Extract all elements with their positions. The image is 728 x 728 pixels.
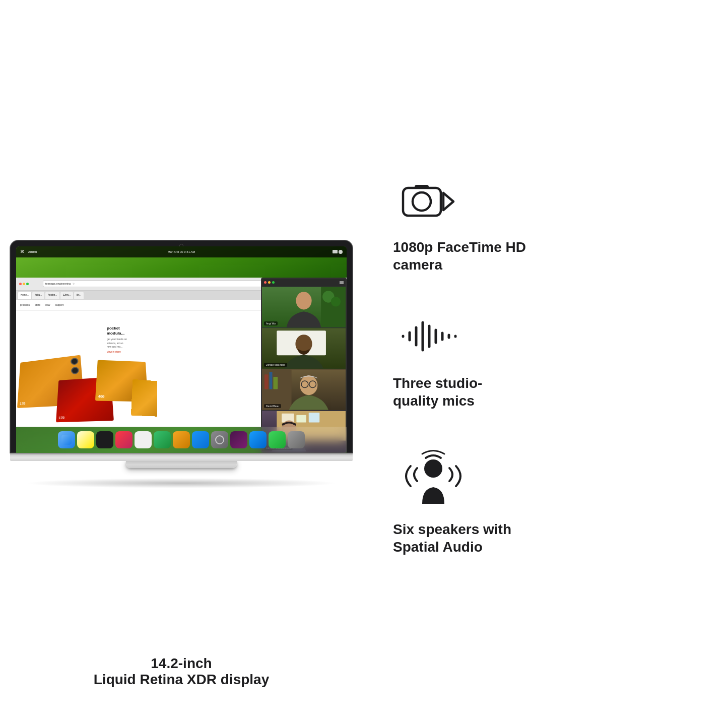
- mics-feature-title: Three studio- quality mics: [393, 374, 482, 410]
- speakers-feature-title: Six speakers with Spatial Audio: [393, 520, 511, 556]
- video-cell-jordan: Jordan McShane: [262, 328, 346, 369]
- feature-speakers: Six speakers with Spatial Audio: [393, 445, 511, 556]
- dock-zoom[interactable]: [249, 431, 267, 448]
- knob-2: [71, 366, 79, 374]
- camera-title-line1: 1080p FaceTime HD: [393, 239, 526, 255]
- nav-now[interactable]: now: [45, 303, 50, 306]
- video-cell-david: David Beau: [262, 369, 346, 411]
- svg-marker-25: [443, 193, 453, 210]
- video-name-jordan: Jordan McShane: [264, 363, 287, 367]
- video-cell-angi: Angi Wu: [262, 287, 346, 328]
- mics-title-line2: quality mics: [393, 393, 475, 409]
- svg-point-24: [413, 192, 431, 211]
- svg-point-4: [331, 296, 341, 306]
- knob-1: [71, 357, 79, 365]
- browser-tab-kobu[interactable]: Kobu...: [32, 292, 44, 299]
- svg-rect-11: [270, 372, 273, 389]
- reload-icon[interactable]: ↻: [73, 282, 75, 285]
- menu-bar-datetime: Mon Oct 30 9:41 AM: [168, 250, 195, 253]
- dock: [16, 427, 347, 453]
- camera-title-line2: camera: [393, 257, 442, 273]
- macbook-laptop: ⌘ zoom Mon Oct 30 9:41 AM: [10, 240, 353, 468]
- right-side: 1080p FaceTime HD camera: [363, 0, 728, 728]
- macbook-screen-bezel: ⌘ zoom Mon Oct 30 9:41 AM: [10, 240, 353, 453]
- dock-music[interactable]: [115, 431, 133, 448]
- video-grid-maximize[interactable]: [272, 281, 275, 284]
- synth-label-170: 170: [20, 402, 25, 406]
- macbook-hinge: [10, 453, 353, 454]
- dock-facetime[interactable]: [269, 431, 286, 448]
- video-grid-minimize[interactable]: [268, 281, 271, 284]
- dock-settings[interactable]: [211, 431, 228, 448]
- svg-rect-20: [296, 415, 306, 422]
- mics-icon-area: [393, 309, 464, 364]
- maximize-dot[interactable]: [26, 283, 29, 285]
- menu-bar-right: [333, 250, 343, 254]
- menu-app-name: zoom: [28, 250, 37, 253]
- browser-tab-12hrs[interactable]: 12hrs...: [60, 292, 73, 299]
- dock-appstore[interactable]: [192, 431, 209, 448]
- feature-camera: 1080p FaceTime HD camera: [393, 173, 526, 274]
- dock-tv[interactable]: [96, 431, 113, 448]
- browser-tab-by[interactable]: By...: [74, 292, 84, 299]
- laptop-shadow: [25, 478, 338, 488]
- macbook-screen: ⌘ zoom Mon Oct 30 9:41 AM: [16, 246, 347, 453]
- video-name-angi: Angi Wu: [264, 321, 278, 325]
- svg-rect-12: [273, 377, 278, 389]
- close-dot[interactable]: [19, 283, 22, 285]
- svg-rect-10: [264, 374, 269, 389]
- svg-point-36: [424, 459, 442, 478]
- bluetooth-icon: [339, 250, 343, 254]
- grid-view-icon[interactable]: [340, 281, 344, 284]
- dock-notes[interactable]: [77, 431, 94, 448]
- dock-keynote[interactable]: [173, 431, 190, 448]
- feature-mics: Three studio- quality mics: [393, 309, 482, 410]
- video-grid-header: [262, 279, 346, 287]
- main-container: ⌘ zoom Mon Oct 30 9:41 AM: [0, 0, 728, 728]
- nav-products[interactable]: products: [20, 303, 30, 306]
- browser-tab-another[interactable]: Anothe...: [45, 292, 59, 299]
- browser-traffic-lights: [19, 283, 29, 285]
- svg-point-1: [296, 292, 311, 309]
- menu-bar: ⌘ zoom Mon Oct 30 9:41 AM: [16, 246, 347, 257]
- macbook-stand-area: [10, 461, 353, 468]
- camera-feature-title: 1080p FaceTime HD camera: [393, 238, 526, 274]
- left-side: ⌘ zoom Mon Oct 30 9:41 AM: [0, 0, 363, 728]
- svg-rect-21: [309, 412, 319, 422]
- macbook-base: [10, 453, 353, 461]
- speakers-icon-area: [393, 445, 474, 510]
- svg-point-13: [300, 375, 317, 395]
- camera-icon-area: [393, 173, 464, 228]
- left-caption: 14.2-inch Liquid Retina XDR display: [0, 655, 363, 688]
- menu-bar-center: Mon Oct 30 9:41 AM: [168, 250, 195, 253]
- nav-store[interactable]: store: [35, 303, 40, 306]
- dock-trash[interactable]: [288, 431, 305, 448]
- nav-support[interactable]: support: [55, 303, 64, 306]
- display-caption-line2: Liquid Retina XDR display: [0, 672, 363, 688]
- camera-icon: [401, 179, 456, 222]
- video-grid-close[interactable]: [264, 281, 267, 284]
- dock-slack[interactable]: [230, 431, 247, 448]
- browser-tab-home[interactable]: Home...: [18, 292, 31, 299]
- speakers-title-line2: Spatial Audio: [393, 539, 483, 555]
- display-caption-line1: 14.2-inch: [0, 655, 363, 672]
- speakers-title-line1: Six speakers with: [393, 521, 511, 537]
- svg-rect-26: [415, 185, 429, 189]
- minimize-dot[interactable]: [23, 283, 25, 285]
- video-name-david: David Beau: [264, 404, 281, 408]
- svg-point-7: [295, 335, 312, 353]
- dock-freeform[interactable]: [135, 431, 152, 448]
- menu-bar-left: ⌘ zoom: [20, 249, 37, 254]
- synth-module-4: [131, 379, 157, 417]
- spatial-audio-icon: [394, 446, 473, 509]
- waveform-icon: [395, 315, 461, 358]
- synth-label-400: 400: [98, 394, 105, 398]
- wifi-icon: [333, 250, 338, 253]
- url-text: teenage.engineering: [45, 282, 71, 285]
- synth-label-170b: 170: [58, 416, 64, 419]
- dock-numbers[interactable]: [154, 431, 171, 448]
- macbook-stand: [126, 461, 237, 468]
- dock-finder[interactable]: [58, 431, 75, 448]
- video-grid-controls: [276, 281, 344, 284]
- mics-title-line1: Three studio-: [393, 375, 482, 391]
